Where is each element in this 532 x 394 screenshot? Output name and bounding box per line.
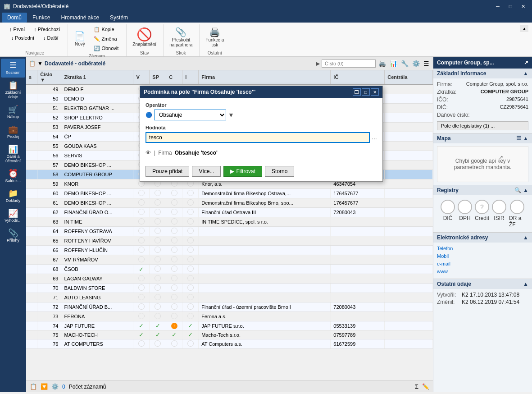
dialog-titlebar-controls: 🗖 □ ✕ [353, 88, 379, 96]
hodnota-input[interactable] [146, 132, 370, 143]
dialog-titlebar: Podmínka na pole "Firma Obsahuje 'tesco'… [140, 86, 382, 98]
vice-button[interactable]: Více... [192, 166, 221, 177]
podminka-dialog: Podmínka na pole "Firma Obsahuje 'tesco'… [140, 86, 383, 182]
operator-label: Operátor [146, 102, 377, 108]
filtrovat-button[interactable]: ▶ Filtrovat [223, 166, 262, 177]
dropdown-icon: ▼ [228, 111, 234, 119]
dialog-buttons: Pouze přidat Více... ▶ Filtrovat Storno [140, 163, 382, 181]
dialog-restore-button[interactable]: 🗖 [353, 88, 361, 96]
operator-select[interactable]: Obsahuje Rovná se Začíná na [154, 110, 226, 120]
hodnota-clear-button[interactable]: … [372, 134, 377, 141]
storno-button[interactable]: Storno [265, 166, 294, 177]
dialog-square-icon: 🔵 [146, 112, 152, 118]
dialog-title: Podmínka na pole "Firma Obsahuje 'tesco'… [144, 89, 255, 95]
preview-eye-icon: 👁 [146, 149, 151, 156]
pouze-pridat-button[interactable]: Pouze přidat [146, 166, 189, 177]
dialog-overlay: Podmínka na pole "Firma Obsahuje 'tesco'… [0, 0, 532, 394]
dialog-close-button[interactable]: ✕ [371, 88, 379, 96]
dialog-maximize-button[interactable]: □ [362, 88, 370, 96]
filtrovat-label: Filtrovat [236, 168, 255, 174]
preview-separator: | [154, 150, 155, 156]
dialog-preview: 👁 | Firma Obsahuje 'tesco' [146, 147, 377, 159]
preview-field: Firma [158, 150, 172, 156]
hodnota-label: Hodnota [146, 125, 377, 130]
preview-condition: Obsahuje 'tesco' [175, 150, 218, 156]
dialog-content: Operátor 🔵 Obsahuje Rovná se Začíná na ▼… [140, 98, 382, 163]
play-icon: ▶ [230, 168, 234, 174]
